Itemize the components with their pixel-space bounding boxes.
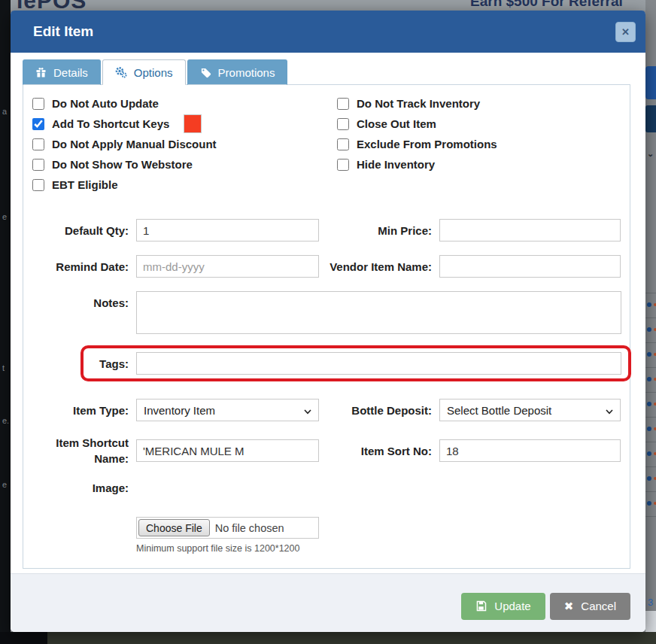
update-button[interactable]: Update — [461, 593, 545, 620]
tab-options[interactable]: Options — [102, 59, 186, 85]
update-button-label: Update — [494, 600, 530, 612]
chevron-down-icon: ⌄ — [647, 149, 654, 159]
default-qty-input[interactable] — [136, 219, 319, 242]
checkbox-ebt-eligible: EBT Eligible — [32, 178, 337, 191]
form-row-tags: Tags: — [32, 352, 621, 375]
checkbox-label: Do Not Track Inventory — [357, 97, 480, 110]
item-shortcut-name-input[interactable] — [136, 439, 319, 462]
tab-bar: Details Options — [23, 59, 630, 85]
checkbox-label: Close Out Item — [357, 117, 436, 130]
table-row-icon-dot — [647, 402, 651, 406]
chevron-down-icon — [606, 404, 613, 417]
ebt-eligible-checkbox[interactable] — [32, 179, 44, 191]
item-sort-no-input[interactable] — [439, 439, 621, 462]
default-qty-label: Default Qty: — [32, 223, 129, 238]
sidebar-text-fragment: e. — [2, 416, 9, 425]
image-size-note: Minimum support file size is 1200*1200 — [136, 543, 621, 554]
table-row-icon-dot — [647, 327, 651, 332]
bottle-deposit-select[interactable]: Select Bottle Deposit — [439, 399, 621, 421]
table-row-icon-dot — [647, 427, 651, 431]
item-type-selected-value: Inventory Item — [144, 404, 215, 417]
checkbox-grid: Do Not Auto Update Add To Shortcut Keys … — [32, 97, 621, 191]
options-tab-panel: Do Not Auto Update Add To Shortcut Keys … — [23, 84, 630, 569]
record-count: 3 — [648, 597, 653, 608]
tab-label: Details — [53, 66, 88, 79]
image-file-input[interactable]: Choose File No file chosen — [136, 517, 319, 539]
table-row-divider — [645, 516, 656, 517]
checkbox-column-left: Do Not Auto Update Add To Shortcut Keys … — [32, 97, 337, 191]
exclude-from-promotions-checkbox[interactable] — [337, 138, 349, 150]
sidebar-bottom-fragment — [0, 632, 47, 644]
checkbox-label: Do Not Auto Update — [52, 97, 159, 110]
checkbox-do-not-auto-update: Do Not Auto Update — [32, 97, 337, 110]
bottle-deposit-label: Bottle Deposit: — [320, 402, 432, 418]
checkbox-do-not-apply-manual-discount: Do Not Apply Manual Discount — [32, 138, 337, 150]
form-row-notes: Notes: — [32, 291, 621, 334]
do-not-show-to-webstore-checkbox[interactable] — [32, 159, 44, 171]
chevron-down-icon — [304, 404, 311, 417]
min-price-label: Min Price: — [320, 223, 432, 238]
sidebar-text-fragment: a — [2, 107, 7, 116]
page-right-backdrop: ⌄ 3 — [645, 0, 656, 644]
hide-inventory-checkbox[interactable] — [337, 159, 349, 171]
gift-icon — [35, 67, 47, 78]
modal-footer: Update ✖ Cancel — [11, 573, 645, 632]
cancel-button[interactable]: ✖ Cancel — [550, 593, 630, 620]
table-row-divider — [645, 466, 656, 467]
background-button-fragment — [645, 66, 656, 99]
table-row-icon-dot — [647, 352, 651, 357]
remind-date-label: Remind Date: — [32, 259, 129, 275]
checkbox-label: Do Not Show To Webstore — [52, 158, 193, 171]
notes-label: Notes: — [32, 295, 129, 311]
form-row: Item Type: Inventory Item Bottle Deposit… — [32, 399, 621, 421]
file-chosen-status: No file chosen — [215, 522, 284, 534]
add-to-shortcut-keys-checkbox[interactable] — [32, 118, 44, 130]
table-row-icon-dot — [647, 377, 651, 381]
sidebar-text-fragment: t — [2, 363, 5, 372]
checkbox-exclude-from-promotions: Exclude From Promotions — [337, 138, 497, 150]
item-type-label: Item Type: — [32, 402, 129, 418]
tag-icon — [200, 67, 211, 78]
close-icon: ✕ — [621, 27, 630, 37]
remind-date-input[interactable] — [136, 255, 319, 278]
form-row-image: Image: — [32, 480, 621, 496]
form-row: Default Qty: Min Price: — [32, 219, 621, 242]
sidebar-text-fragment: e — [2, 212, 7, 221]
checkbox-label: Add To Shortcut Keys — [52, 117, 169, 130]
checkbox-label: Exclude From Promotions — [357, 138, 497, 150]
tab-details[interactable]: Details — [23, 59, 101, 85]
shortcut-key-color-swatch[interactable] — [184, 114, 202, 133]
tab-promotions[interactable]: Promotions — [187, 59, 288, 85]
modal-body: Details Options — [11, 53, 645, 573]
gears-icon — [115, 66, 127, 78]
item-type-select[interactable]: Inventory Item — [136, 399, 319, 421]
tags-label: Tags: — [32, 356, 129, 372]
checkbox-close-out-item: Close Out Item — [337, 117, 497, 130]
item-sort-no-label: Item Sort No: — [320, 443, 432, 459]
table-row-divider — [645, 342, 656, 343]
do-not-apply-manual-discount-checkbox[interactable] — [32, 138, 44, 150]
notes-textarea[interactable] — [136, 291, 621, 334]
vendor-item-name-input[interactable] — [439, 255, 621, 278]
checkbox-label: Do Not Apply Manual Discount — [52, 138, 217, 150]
edit-item-modal: Edit Item ✕ Details — [11, 11, 645, 632]
close-out-item-checkbox[interactable] — [337, 118, 349, 130]
sidebar-text-fragment: e — [2, 480, 7, 489]
checkbox-label: Hide Inventory — [357, 158, 435, 171]
close-button[interactable]: ✕ — [615, 22, 636, 42]
do-not-track-inventory-checkbox[interactable] — [337, 98, 349, 110]
choose-file-button[interactable]: Choose File — [138, 519, 210, 536]
tab-label: Options — [134, 66, 173, 79]
tags-input[interactable] — [136, 352, 621, 375]
do-not-auto-update-checkbox[interactable] — [32, 98, 44, 110]
modal-header: Edit Item ✕ — [11, 11, 645, 53]
table-row-divider — [645, 491, 656, 492]
modal-title: Edit Item — [33, 23, 615, 40]
cancel-x-icon: ✖ — [564, 600, 574, 613]
tab-label: Promotions — [218, 66, 275, 79]
table-row-divider — [645, 392, 656, 393]
min-price-input[interactable] — [439, 219, 621, 242]
cancel-button-label: Cancel — [581, 600, 616, 612]
options-form: Default Qty: Min Price: Remind Date: — [32, 219, 621, 554]
form-row: Remind Date: Vendor Item Name: — [32, 255, 621, 278]
